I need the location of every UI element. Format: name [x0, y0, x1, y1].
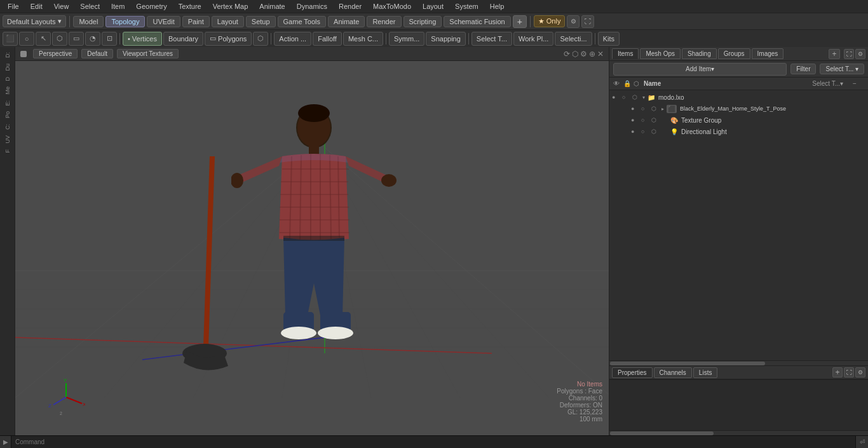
tab-scripting[interactable]: Scripting [403, 16, 442, 27]
star-only-button[interactable]: ★ Only [534, 15, 566, 27]
select-mode-lasso[interactable]: ⬡ [52, 32, 67, 46]
tb2-extra-icon[interactable]: ⬡ [253, 32, 268, 46]
tb2-workplane-btn[interactable]: Work Pl... [513, 32, 553, 46]
tab-animate[interactable]: Animate [328, 16, 365, 27]
list-item-texture-group[interactable]: ● ○ ⬡ 🎨 Texture Group [618, 114, 868, 126]
menu-edit[interactable]: Edit [25, 1, 48, 11]
menu-system[interactable]: System [450, 1, 484, 11]
maximize-icon[interactable]: ⛶ [581, 15, 594, 28]
tb2-polygons-btn[interactable]: ▭ Polygons [205, 32, 252, 46]
tb2-snapping-btn[interactable]: Snapping [426, 32, 466, 46]
menu-view[interactable]: View [49, 1, 74, 11]
tab-model[interactable]: Model [73, 16, 104, 27]
add-panel-tab-button[interactable]: + [829, 49, 840, 59]
menu-item[interactable]: Item [106, 1, 130, 11]
list-item-modo-lxo[interactable]: ● ○ ⬡ ▾ 📁 modo.lxo [609, 92, 868, 103]
viewport-icon5[interactable]: ✕ [597, 50, 604, 58]
sidebar-item-c[interactable]: C: [3, 121, 12, 132]
viewport-icon2[interactable]: ⬡ [572, 50, 578, 58]
tab-groups[interactable]: Groups [718, 48, 750, 59]
menu-file[interactable]: File [3, 1, 24, 11]
default-btn[interactable]: Default [81, 49, 113, 58]
sidebar-item-uv[interactable]: UV [3, 133, 12, 146]
filter-button[interactable]: Filter [790, 64, 816, 74]
command-enter-button[interactable]: ⏎ [855, 436, 868, 449]
minus-col-header: − [853, 80, 864, 87]
sidebar-item-po[interactable]: Po [3, 109, 12, 121]
select-mode-dots[interactable]: ⬛ [3, 32, 18, 46]
command-arrow[interactable]: ▶ [0, 436, 11, 449]
prop-tab-channels[interactable]: Channels [654, 367, 692, 378]
list-item-directional-light[interactable]: ● ○ ⬡ 💡 Directional Light [618, 126, 868, 137]
scrollbar-horizontal[interactable] [609, 430, 868, 435]
prop-tab-properties[interactable]: Properties [612, 367, 653, 378]
viewport-icon3[interactable]: ⚙ [580, 50, 587, 58]
menu-vertex-map[interactable]: Vertex Map [208, 1, 254, 11]
tab-shading[interactable]: Shading [682, 48, 717, 59]
tb2-selecti-btn[interactable]: Selecti... [555, 32, 592, 46]
perspective-btn[interactable]: Perspective [33, 49, 78, 58]
sidebar-item-d[interactable]: D: [3, 50, 12, 60]
select-dropdown[interactable]: Select T... ▾ [820, 64, 864, 74]
select-mode-arrow[interactable]: ↖ [36, 32, 51, 46]
layouts-dropdown[interactable]: Default Layouts ▾ [3, 15, 66, 27]
viewport-canvas[interactable]: No Items Polygons : Face Channels: 0 Def… [15, 61, 609, 435]
tb2-boundary-btn[interactable]: Boundary [163, 32, 203, 46]
tab-schematic-fusion[interactable]: Schematic Fusion [444, 16, 510, 27]
menu-help[interactable]: Help [485, 1, 510, 11]
sidebar-item-me[interactable]: Me [3, 84, 12, 97]
add-tab-button[interactable]: + [513, 15, 527, 28]
tb2-kits-btn[interactable]: Kits [598, 32, 620, 46]
tb2-select-tool-btn[interactable]: Select T... [471, 32, 512, 46]
settings-icon[interactable]: ⚙ [567, 15, 580, 28]
menu-texture[interactable]: Texture [173, 1, 207, 11]
tree-expand-icon[interactable]: ▾ [642, 95, 645, 100]
menu-dynamics[interactable]: Dynamics [292, 1, 332, 11]
viewport-icon4[interactable]: ⊕ [589, 50, 595, 58]
tab-render[interactable]: Render [367, 16, 401, 27]
tab-topology[interactable]: Topology [105, 16, 145, 27]
maximize-panel-btn[interactable]: ⛶ [844, 49, 854, 59]
add-item-label: Add Item [686, 65, 711, 72]
maximize-prop-btn[interactable]: ⛶ [844, 367, 854, 377]
list-item-mesh[interactable]: ● ○ ⬡ ▸ ⬛ Black_Elderly_Man_Home_Style_T… [618, 103, 868, 114]
tab-mesh-ops[interactable]: Mesh Ops [640, 48, 681, 59]
tb2-action-btn[interactable]: Action ... [274, 32, 311, 46]
add-prop-tab-button[interactable]: + [832, 367, 843, 377]
tb2-vertices-btn[interactable]: • Vertices [123, 32, 162, 46]
tab-uvedit[interactable]: UVEdit [147, 16, 180, 27]
sidebar-item-e[interactable]: E: [3, 98, 12, 109]
viewport-icon1[interactable]: ⟳ [564, 50, 570, 58]
sidebar-item-du[interactable]: Du [3, 61, 12, 74]
menu-render[interactable]: Render [334, 1, 367, 11]
tb2-falloff-btn[interactable]: Falloff [313, 32, 342, 46]
tab-layout[interactable]: Layout [212, 16, 244, 27]
tab-setup[interactable]: Setup [246, 16, 276, 27]
sidebar-item-d2[interactable]: D [3, 74, 12, 84]
select-mode-pie[interactable]: ◔ [85, 32, 100, 46]
menu-select[interactable]: Select [75, 1, 105, 11]
menu-layout[interactable]: Layout [417, 1, 449, 11]
sidebar-item-f[interactable]: F [3, 147, 12, 156]
tab-items[interactable]: Items [612, 48, 639, 59]
tb2-mesh-btn[interactable]: Mesh C... [343, 32, 383, 46]
items-scrollbar[interactable] [609, 360, 868, 365]
viewport-textures-btn[interactable]: Viewport Textures [117, 49, 179, 58]
settings-prop-btn[interactable]: ⚙ [855, 367, 865, 377]
select-mode-edge[interactable]: ⊡ [102, 32, 117, 46]
menu-geometry[interactable]: Geometry [131, 1, 172, 11]
select-mode-rect[interactable]: ▭ [69, 32, 84, 46]
prop-tab-lists[interactable]: Lists [693, 367, 718, 378]
menu-maxtomodo[interactable]: MaxToModo [368, 1, 416, 11]
svg-line-40 [206, 156, 212, 347]
tree-expand-icon2[interactable]: ▸ [661, 106, 664, 112]
tb2-symm-btn[interactable]: Symm... [389, 32, 424, 46]
tab-game-tools[interactable]: Game Tools [278, 16, 327, 27]
select-mode-circle[interactable]: ○ [19, 32, 34, 46]
tab-images[interactable]: Images [752, 48, 784, 59]
menu-animate[interactable]: Animate [254, 1, 290, 11]
add-item-button[interactable]: Add Item ▾ [613, 63, 787, 76]
settings-panel-btn[interactable]: ⚙ [855, 49, 865, 59]
tab-paint[interactable]: Paint [182, 16, 210, 27]
command-input[interactable] [11, 438, 855, 445]
